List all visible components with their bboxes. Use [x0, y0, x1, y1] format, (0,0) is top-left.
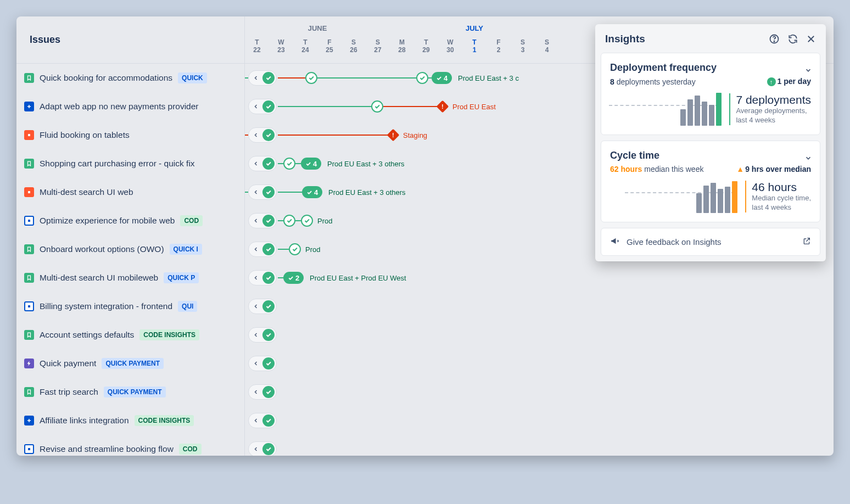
expand-pill[interactable] [248, 270, 277, 285]
issue-row[interactable]: Quick booking for accommodations QUICK [16, 64, 244, 92]
issue-title: Fast trip search [40, 387, 98, 397]
day-col[interactable]: F2 [486, 38, 511, 63]
day-col[interactable]: S3 [511, 38, 535, 63]
issue-row[interactable]: Account settings defaults CODE INSIGHTS [16, 321, 244, 349]
issue-row[interactable]: Fast trip search QUICK PAYMENT [16, 378, 244, 406]
insights-title: Insights [605, 33, 645, 45]
timeline-row[interactable]: 2Prod EU East + Prod EU West [245, 264, 834, 292]
issue-row[interactable]: Shopping cart purchasing error - quick f… [16, 149, 244, 178]
bar [732, 181, 737, 213]
square-red-icon [24, 187, 34, 197]
issue-row[interactable]: Fluid booking on tablets [16, 121, 244, 149]
issues-header: Issues [16, 16, 244, 64]
env-label: Prod EU East [452, 103, 496, 111]
chevron-left-icon[interactable] [250, 272, 261, 283]
expand-pill[interactable] [248, 213, 277, 228]
expand-pill[interactable] [248, 242, 277, 257]
cycle-time-card[interactable]: Cycle time 62 hours median this week ▲9 … [601, 141, 820, 222]
expand-pill[interactable] [248, 413, 277, 428]
chevron-left-icon[interactable] [250, 101, 261, 112]
issues-label: Issues [30, 34, 60, 46]
check-icon [262, 300, 275, 312]
issue-tag: QUICK PAYMENT [102, 358, 164, 369]
day-col[interactable]: T29 [414, 38, 438, 63]
day-col[interactable]: S4 [535, 38, 559, 63]
timeline-row[interactable] [245, 435, 834, 456]
env-label: Staging [403, 131, 427, 139]
refresh-icon[interactable] [787, 33, 798, 44]
bar [702, 102, 707, 126]
bar [711, 183, 716, 213]
warning-icon: ▲ [736, 165, 744, 173]
bookmark-green-icon [24, 330, 34, 340]
deployment-frequency-card[interactable]: Deployment frequency 8 deployments yeste… [601, 53, 820, 135]
chevron-left-icon[interactable] [250, 72, 261, 83]
expand-pill[interactable] [248, 356, 277, 371]
day-col[interactable]: S27 [366, 38, 390, 63]
issues-panel: Issues Quick booking for accommodations … [16, 16, 245, 456]
timeline-row[interactable] [245, 349, 834, 378]
day-col[interactable]: T22 [245, 38, 269, 63]
feedback-card[interactable]: Give feedback on Insights [601, 228, 820, 256]
env-label: Prod EU East + 3 others [328, 188, 406, 197]
chevron-left-icon[interactable] [250, 130, 261, 141]
issue-row[interactable]: Billing system integration - frontend QU… [16, 292, 244, 321]
timeline-row[interactable] [245, 406, 834, 435]
issue-row[interactable]: Onboard workout options (OWO) QUICK I [16, 235, 244, 264]
chevron-left-icon[interactable] [250, 158, 261, 169]
issue-title: Adapt web app no new payments provider [40, 102, 199, 111]
close-icon[interactable] [806, 34, 816, 44]
issue-row[interactable]: Quick payment QUICK PAYMENT [16, 349, 244, 378]
help-icon[interactable] [769, 33, 780, 44]
chevron-left-icon[interactable] [250, 444, 261, 455]
expand-pill[interactable] [248, 184, 277, 200]
chevron-left-icon[interactable] [250, 244, 261, 255]
day-col[interactable]: M28 [390, 38, 414, 63]
chevron-left-icon[interactable] [250, 415, 261, 426]
check-outline-icon [289, 243, 301, 255]
chevron-down-icon[interactable] [804, 66, 812, 76]
timeline-line [278, 249, 289, 250]
issue-row[interactable]: Adapt web app no new payments provider [16, 92, 244, 121]
issue-list[interactable]: Quick booking for accommodations QUICK A… [16, 64, 244, 456]
expand-pill[interactable] [248, 127, 277, 143]
expand-pill[interactable] [248, 327, 277, 343]
issue-row[interactable]: Multi-dest search UI web [16, 178, 244, 206]
chevron-left-icon[interactable] [250, 329, 261, 340]
chevron-left-icon[interactable] [250, 358, 261, 369]
deploy-stat-big: 7 deployments [736, 93, 811, 107]
expand-pill[interactable] [248, 441, 277, 456]
chevron-left-icon[interactable] [250, 301, 261, 312]
issue-row[interactable]: Affiliate links integration CODE INSIGHT… [16, 406, 244, 435]
day-col[interactable]: T24 [293, 38, 317, 63]
timeline-row[interactable] [245, 292, 834, 321]
day-col[interactable]: W30 [438, 38, 462, 63]
bar [718, 189, 723, 213]
issue-row[interactable]: Revise and streamline booking flow COD [16, 435, 244, 456]
square-red-icon [24, 130, 34, 140]
bookmark-green-icon [24, 273, 34, 283]
day-col[interactable]: F25 [317, 38, 342, 63]
issue-row[interactable]: Optimize experience for mobile web COD [16, 206, 244, 235]
check-outline-icon [371, 100, 383, 113]
day-col[interactable]: T1 [462, 38, 486, 63]
issue-row[interactable]: Multi-dest search UI mobileweb QUICK P [16, 264, 244, 292]
chevron-left-icon[interactable] [250, 187, 261, 198]
chevron-left-icon[interactable] [250, 387, 261, 397]
day-col[interactable]: S26 [342, 38, 366, 63]
timeline-row[interactable] [245, 321, 834, 349]
bar [687, 99, 693, 126]
expand-pill[interactable] [248, 156, 277, 171]
expand-pill[interactable] [248, 384, 277, 400]
external-link-icon[interactable] [802, 237, 811, 247]
expand-pill[interactable] [248, 299, 277, 314]
check-icon [262, 100, 275, 113]
chevron-down-icon[interactable] [804, 154, 812, 164]
up-arrow-icon: ↑ [767, 77, 776, 86]
expand-pill[interactable] [248, 99, 277, 114]
issue-title: Optimize experience for mobile web [40, 216, 175, 226]
timeline-row[interactable] [245, 378, 834, 406]
day-col[interactable]: W23 [269, 38, 293, 63]
chevron-left-icon[interactable] [250, 215, 261, 226]
expand-pill[interactable] [248, 70, 277, 86]
